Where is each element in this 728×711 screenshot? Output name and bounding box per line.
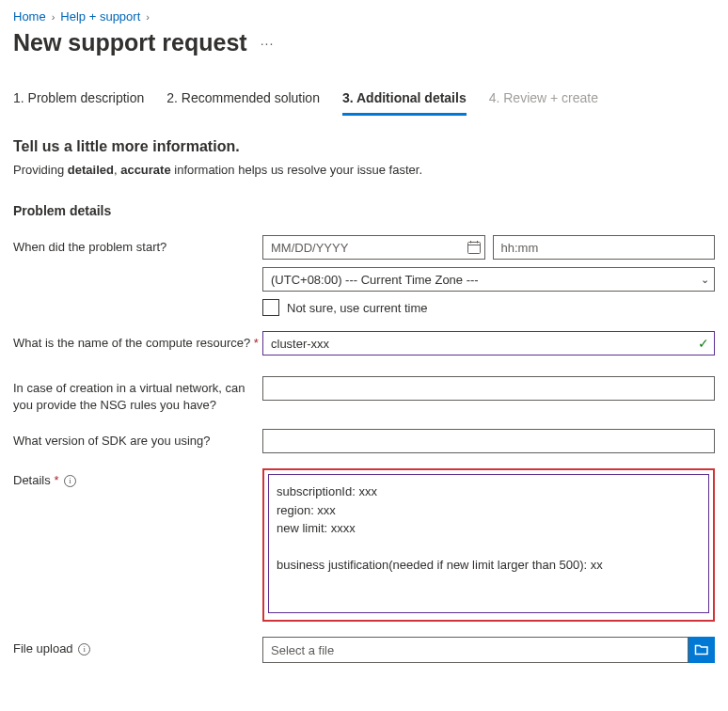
required-asterisk: * <box>254 336 259 350</box>
not-sure-label: Not sure, use current time <box>287 301 428 315</box>
breadcrumb-home[interactable]: Home <box>13 9 46 24</box>
info-icon[interactable]: i <box>64 475 76 487</box>
field-row-when: When did the problem start? (UTC+08:00) … <box>13 235 715 316</box>
wizard-tabs: 1. Problem description 2. Recommended so… <box>13 85 715 116</box>
timezone-select[interactable]: (UTC+08:00) --- Current Time Zone --- <box>262 267 715 292</box>
details-textarea[interactable] <box>268 474 709 613</box>
details-highlight-frame <box>262 468 715 622</box>
field-row-compute: What is the name of the compute resource… <box>13 331 715 356</box>
field-row-nsg: In case of creation in a virtual network… <box>13 376 715 414</box>
file-placeholder: Select a file <box>271 643 334 657</box>
nsg-rules-input[interactable] <box>262 376 715 401</box>
tab-problem-description[interactable]: 1. Problem description <box>13 85 144 116</box>
required-asterisk: * <box>54 473 58 487</box>
field-row-details: Details * i <box>13 468 715 622</box>
field-row-sdk: What version of SDK are you using? <box>13 429 715 453</box>
label-nsg: In case of creation in a virtual network… <box>13 376 262 414</box>
section-subtext: Providing detailed, accurate information… <box>13 163 715 177</box>
chevron-right-icon: › <box>52 11 55 23</box>
sdk-version-input[interactable] <box>262 429 715 453</box>
label-file-upload: File upload i <box>13 637 262 657</box>
section-heading-problem-details: Problem details <box>13 203 715 218</box>
field-row-file-upload: File upload i Select a file <box>13 637 715 663</box>
label-details: Details * i <box>13 468 262 489</box>
folder-open-icon <box>694 642 709 657</box>
label-when: When did the problem start? <box>13 235 262 256</box>
more-actions-button[interactable]: ··· <box>257 36 278 51</box>
breadcrumb: Home › Help + support › <box>13 9 715 24</box>
tab-additional-details[interactable]: 3. Additional details <box>342 85 467 116</box>
info-icon[interactable]: i <box>78 643 90 656</box>
file-select-input[interactable]: Select a file <box>262 637 688 663</box>
tab-recommended-solution[interactable]: 2. Recommended solution <box>166 85 320 116</box>
compute-name-input[interactable] <box>262 331 715 356</box>
chevron-right-icon: › <box>146 11 150 23</box>
tab-review-create: 4. Review + create <box>489 85 598 116</box>
title-row: New support request ··· <box>13 29 715 56</box>
date-input[interactable] <box>262 235 485 260</box>
file-browse-button[interactable] <box>688 637 715 663</box>
time-input[interactable] <box>493 235 716 260</box>
breadcrumb-help-support[interactable]: Help + support <box>60 9 140 24</box>
page-title: New support request <box>13 29 247 56</box>
label-sdk: What version of SDK are you using? <box>13 429 262 450</box>
not-sure-checkbox[interactable] <box>262 299 279 316</box>
label-compute: What is the name of the compute resource… <box>13 331 262 352</box>
section-heading-information: Tell us a little more information. <box>13 138 715 155</box>
